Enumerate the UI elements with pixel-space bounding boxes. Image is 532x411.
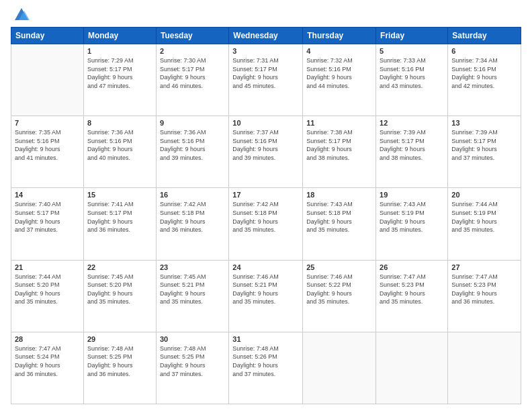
day-info: Sunrise: 7:32 AMSunset: 5:16 PMDaylight:… [306,56,372,90]
calendar-table: SundayMondayTuesdayWednesdayThursdayFrid… [11,27,521,404]
day-number: 31 [232,335,299,343]
calendar-cell: 19Sunrise: 7:43 AMSunset: 5:19 PMDayligh… [376,188,448,260]
calendar-cell: 24Sunrise: 7:46 AMSunset: 5:21 PMDayligh… [229,260,303,332]
day-info: Sunrise: 7:43 AMSunset: 5:19 PMDaylight:… [380,200,444,234]
day-info: Sunrise: 7:37 AMSunset: 5:16 PMDaylight:… [232,128,299,162]
day-number: 7 [15,119,80,127]
day-header-friday: Friday [376,28,448,44]
day-number: 11 [306,119,372,127]
calendar-cell: 8Sunrise: 7:36 AMSunset: 5:16 PMDaylight… [83,116,156,188]
day-number: 4 [306,47,372,55]
day-info: Sunrise: 7:42 AMSunset: 5:18 PMDaylight:… [160,200,225,234]
day-info: Sunrise: 7:31 AMSunset: 5:17 PMDaylight:… [232,56,299,90]
day-info: Sunrise: 7:41 AMSunset: 5:17 PMDaylight:… [87,200,152,234]
calendar-cell: 25Sunrise: 7:46 AMSunset: 5:22 PMDayligh… [303,260,376,332]
calendar-cell: 11Sunrise: 7:38 AMSunset: 5:17 PMDayligh… [303,116,376,188]
calendar-cell: 16Sunrise: 7:42 AMSunset: 5:18 PMDayligh… [156,188,228,260]
calendar-cell: 18Sunrise: 7:43 AMSunset: 5:18 PMDayligh… [303,188,376,260]
day-header-tuesday: Tuesday [156,28,228,44]
day-number: 29 [87,335,152,343]
calendar-cell [448,332,521,404]
day-info: Sunrise: 7:48 AMSunset: 5:26 PMDaylight:… [232,345,299,378]
day-number: 30 [160,335,225,343]
day-info: Sunrise: 7:29 AMSunset: 5:17 PMDaylight:… [87,56,152,90]
calendar-cell: 6Sunrise: 7:34 AMSunset: 5:16 PMDaylight… [448,44,521,116]
day-number: 25 [306,263,372,271]
day-info: Sunrise: 7:47 AMSunset: 5:23 PMDaylight:… [451,273,517,306]
calendar-cell [376,332,448,404]
day-info: Sunrise: 7:39 AMSunset: 5:17 PMDaylight:… [380,128,444,162]
calendar-cell: 13Sunrise: 7:39 AMSunset: 5:17 PMDayligh… [448,116,521,188]
day-info: Sunrise: 7:45 AMSunset: 5:20 PMDaylight:… [87,273,152,306]
day-info: Sunrise: 7:46 AMSunset: 5:21 PMDaylight:… [232,273,299,306]
day-number: 3 [232,47,299,55]
calendar-cell: 3Sunrise: 7:31 AMSunset: 5:17 PMDaylight… [229,44,303,116]
day-header-monday: Monday [83,28,156,44]
day-info: Sunrise: 7:48 AMSunset: 5:25 PMDaylight:… [160,345,225,378]
calendar-cell: 27Sunrise: 7:47 AMSunset: 5:23 PMDayligh… [448,260,521,332]
day-header-saturday: Saturday [448,28,521,44]
days-header-row: SundayMondayTuesdayWednesdayThursdayFrid… [11,28,521,44]
day-number: 16 [160,191,225,199]
day-info: Sunrise: 7:47 AMSunset: 5:23 PMDaylight:… [380,273,444,306]
day-info: Sunrise: 7:30 AMSunset: 5:17 PMDaylight:… [160,56,225,90]
day-number: 13 [451,119,517,127]
calendar-cell: 22Sunrise: 7:45 AMSunset: 5:20 PMDayligh… [83,260,156,332]
calendar-cell: 1Sunrise: 7:29 AMSunset: 5:17 PMDaylight… [83,44,156,116]
calendar-cell: 15Sunrise: 7:41 AMSunset: 5:17 PMDayligh… [83,188,156,260]
calendar-cell: 30Sunrise: 7:48 AMSunset: 5:25 PMDayligh… [156,332,228,404]
calendar-cell: 7Sunrise: 7:35 AMSunset: 5:16 PMDaylight… [11,116,84,188]
day-header-sunday: Sunday [11,28,84,44]
day-info: Sunrise: 7:44 AMSunset: 5:20 PMDaylight:… [15,273,80,306]
day-header-wednesday: Wednesday [229,28,303,44]
calendar-week-5: 28Sunrise: 7:47 AMSunset: 5:24 PMDayligh… [11,332,521,404]
day-number: 10 [232,119,299,127]
day-number: 18 [306,191,372,199]
day-info: Sunrise: 7:38 AMSunset: 5:17 PMDaylight:… [306,128,372,162]
calendar-cell: 17Sunrise: 7:42 AMSunset: 5:18 PMDayligh… [229,188,303,260]
calendar-cell: 23Sunrise: 7:45 AMSunset: 5:21 PMDayligh… [156,260,228,332]
calendar-cell: 29Sunrise: 7:48 AMSunset: 5:25 PMDayligh… [83,332,156,404]
day-number: 14 [15,191,80,199]
day-number: 21 [15,263,80,271]
day-number: 9 [160,119,225,127]
day-number: 24 [232,263,299,271]
day-info: Sunrise: 7:44 AMSunset: 5:19 PMDaylight:… [451,200,517,234]
day-info: Sunrise: 7:36 AMSunset: 5:16 PMDaylight:… [160,128,225,162]
day-number: 27 [451,263,517,271]
day-info: Sunrise: 7:36 AMSunset: 5:16 PMDaylight:… [87,128,152,162]
logo [11,8,31,23]
day-info: Sunrise: 7:40 AMSunset: 5:17 PMDaylight:… [15,200,80,234]
day-number: 5 [380,47,444,55]
calendar-week-4: 21Sunrise: 7:44 AMSunset: 5:20 PMDayligh… [11,260,521,332]
calendar-cell: 14Sunrise: 7:40 AMSunset: 5:17 PMDayligh… [11,188,84,260]
day-number: 28 [15,335,80,343]
calendar-cell: 28Sunrise: 7:47 AMSunset: 5:24 PMDayligh… [11,332,84,404]
day-number: 1 [87,47,152,55]
day-number: 20 [451,191,517,199]
day-info: Sunrise: 7:42 AMSunset: 5:18 PMDaylight:… [232,200,299,234]
day-number: 8 [87,119,152,127]
day-info: Sunrise: 7:35 AMSunset: 5:16 PMDaylight:… [15,128,80,162]
day-info: Sunrise: 7:45 AMSunset: 5:21 PMDaylight:… [160,273,225,306]
day-number: 17 [232,191,299,199]
day-number: 19 [380,191,444,199]
header [11,8,521,23]
day-number: 6 [451,47,517,55]
logo-icon [12,4,31,23]
day-info: Sunrise: 7:39 AMSunset: 5:17 PMDaylight:… [451,128,517,162]
calendar-cell: 31Sunrise: 7:48 AMSunset: 5:26 PMDayligh… [229,332,303,404]
day-number: 23 [160,263,225,271]
calendar-cell: 5Sunrise: 7:33 AMSunset: 5:16 PMDaylight… [376,44,448,116]
day-info: Sunrise: 7:33 AMSunset: 5:16 PMDaylight:… [380,56,444,90]
day-info: Sunrise: 7:34 AMSunset: 5:16 PMDaylight:… [451,56,517,90]
day-info: Sunrise: 7:46 AMSunset: 5:22 PMDaylight:… [306,273,372,306]
day-number: 2 [160,47,225,55]
calendar-cell: 12Sunrise: 7:39 AMSunset: 5:17 PMDayligh… [376,116,448,188]
calendar-cell: 20Sunrise: 7:44 AMSunset: 5:19 PMDayligh… [448,188,521,260]
day-number: 12 [380,119,444,127]
day-number: 15 [87,191,152,199]
calendar-cell: 10Sunrise: 7:37 AMSunset: 5:16 PMDayligh… [229,116,303,188]
day-info: Sunrise: 7:48 AMSunset: 5:25 PMDaylight:… [87,345,152,378]
day-info: Sunrise: 7:47 AMSunset: 5:24 PMDaylight:… [15,345,80,378]
